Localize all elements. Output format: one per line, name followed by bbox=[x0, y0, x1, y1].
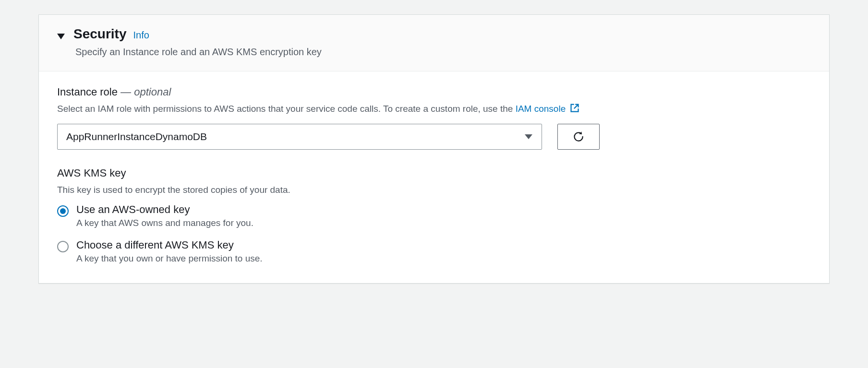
panel-header: Security Info Specify an Instance role a… bbox=[39, 15, 829, 71]
kms-option-title: Choose a different AWS KMS key bbox=[76, 239, 263, 251]
security-panel: Security Info Specify an Instance role a… bbox=[38, 14, 830, 284]
collapse-triangle-icon[interactable] bbox=[57, 34, 65, 39]
kms-radio-different[interactable] bbox=[57, 241, 69, 252]
instance-role-select[interactable] bbox=[57, 124, 542, 150]
kms-option-desc: A key that you own or have permission to… bbox=[76, 253, 263, 264]
instance-role-field: Instance role — optional Select an IAM r… bbox=[57, 86, 811, 150]
kms-label: AWS KMS key bbox=[57, 167, 126, 179]
kms-field: AWS KMS key This key is used to encrypt … bbox=[57, 167, 811, 264]
instance-role-select-wrap bbox=[57, 124, 542, 150]
panel-title: Security bbox=[73, 26, 127, 42]
instance-role-label-row: Instance role — optional bbox=[57, 86, 811, 98]
kms-option-desc: A key that AWS owns and manages for you. bbox=[76, 218, 253, 228]
kms-radio-aws-owned[interactable] bbox=[57, 205, 69, 217]
kms-radio-group: Use an AWS-owned key A key that AWS owns… bbox=[57, 203, 811, 264]
instance-role-select-row bbox=[57, 124, 811, 150]
external-link-icon bbox=[570, 103, 579, 117]
instance-role-optional: — optional bbox=[121, 86, 171, 98]
kms-option-text: Use an AWS-owned key A key that AWS owns… bbox=[76, 203, 253, 228]
kms-option-text: Choose a different AWS KMS key A key tha… bbox=[76, 239, 263, 264]
kms-option-aws-owned[interactable]: Use an AWS-owned key A key that AWS owns… bbox=[57, 203, 811, 228]
instance-role-label: Instance role bbox=[57, 86, 118, 98]
iam-console-link-text: IAM console bbox=[516, 104, 566, 114]
kms-option-title: Use an AWS-owned key bbox=[76, 203, 253, 216]
panel-title-row: Security Info bbox=[57, 26, 811, 42]
iam-console-link[interactable]: IAM console bbox=[516, 104, 580, 114]
instance-role-help: Select an IAM role with permissions to A… bbox=[57, 102, 811, 117]
kms-label-row: AWS KMS key bbox=[57, 167, 811, 179]
info-link[interactable]: Info bbox=[133, 30, 149, 41]
refresh-button[interactable] bbox=[557, 124, 600, 150]
kms-option-different[interactable]: Choose a different AWS KMS key A key tha… bbox=[57, 239, 811, 264]
panel-body: Instance role — optional Select an IAM r… bbox=[39, 71, 829, 283]
kms-help: This key is used to encrypt the stored c… bbox=[57, 183, 811, 197]
instance-role-help-text: Select an IAM role with permissions to A… bbox=[57, 104, 516, 114]
panel-subtitle: Specify an Instance role and an AWS KMS … bbox=[75, 47, 811, 58]
refresh-icon bbox=[572, 131, 585, 143]
